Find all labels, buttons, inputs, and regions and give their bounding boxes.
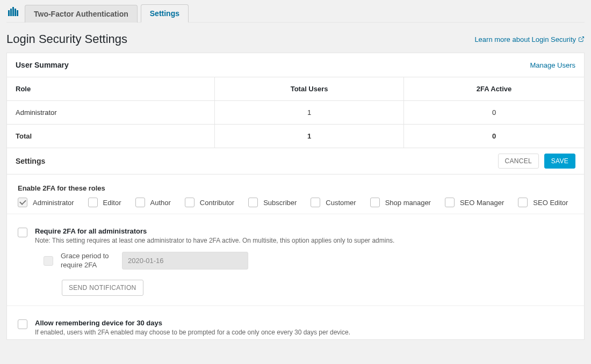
manage-users-link[interactable]: Manage Users [530,61,575,69]
checkbox-icon[interactable] [18,198,27,207]
send-notification-button[interactable]: SEND NOTIFICATION [62,280,143,296]
svg-rect-4 [17,10,18,16]
remember-device-section: Allow remembering device for 30 days If … [7,305,584,339]
require-2fa-checkbox[interactable] [18,228,27,237]
svg-rect-2 [12,7,14,16]
require-2fa-section: Require 2FA for all administrators Note:… [7,214,584,305]
learn-more-label: Learn more about Login Security [474,35,576,43]
cell-total-users: 1 [215,125,404,148]
col-total-users: Total Users [215,77,404,101]
svg-rect-0 [8,10,10,16]
checkbox-icon[interactable] [518,198,528,207]
checkbox-icon[interactable] [445,198,455,207]
tab-two-factor-authentication[interactable]: Two-Factor Authentication [25,5,138,23]
role-contributor[interactable]: Contributor [185,198,234,207]
roles-grid: Administrator Editor Author Contributor … [18,198,573,207]
role-administrator[interactable]: Administrator [18,198,74,207]
role-subscriber[interactable]: Subscriber [248,198,297,207]
role-author[interactable]: Author [135,198,171,207]
user-summary-table: Role Total Users 2FA Active Administrato… [7,77,584,148]
role-label: Administrator [33,199,74,207]
settings-title: Settings [16,157,45,165]
grace-period-checkbox[interactable] [44,256,53,266]
require-2fa-title: Require 2FA for all administrators [35,227,394,235]
remember-device-checkbox[interactable] [18,319,27,329]
external-link-icon [578,36,585,42]
role-shop-manager[interactable]: Shop manager [370,198,431,207]
grace-period-input[interactable] [122,252,248,270]
checkbox-icon[interactable] [311,198,320,207]
user-summary-panel: User Summary Manage Users Role Total Use… [6,53,585,340]
role-label: Customer [326,199,356,207]
save-button[interactable]: SAVE [544,154,575,169]
table-row-total: Total 1 0 [7,125,584,148]
role-label: Editor [103,199,121,207]
remember-device-note: If enabled, users with 2FA enabled may c… [35,329,350,336]
enable-2fa-heading: Enable 2FA for these roles [18,184,573,192]
tabstrip: Two-Factor Authentication Settings [6,0,585,23]
settings-header: Settings CANCEL SAVE [7,148,584,174]
col-role: Role [7,77,215,101]
tab-settings[interactable]: Settings [141,4,189,23]
role-label: SEO Manager [460,199,504,207]
checkbox-icon[interactable] [88,198,98,207]
table-row: Administrator 1 0 [7,101,584,125]
cell-total: 1 [215,101,404,125]
svg-rect-1 [10,9,12,16]
checkbox-icon[interactable] [248,198,258,207]
page-title: Login Security Settings [6,32,127,46]
svg-line-5 [581,37,584,40]
remember-device-title: Allow remembering device for 30 days [35,319,350,327]
role-label: Subscriber [263,199,297,207]
role-editor[interactable]: Editor [88,198,121,207]
cell-total-label: Total [7,125,215,148]
role-customer[interactable]: Customer [311,198,356,207]
role-label: Author [150,199,171,207]
cancel-button[interactable]: CANCEL [498,154,539,169]
cell-role: Administrator [7,101,215,125]
grace-period-label: Grace period to require 2FA [61,252,114,270]
role-label: SEO Editor [533,199,568,207]
svg-rect-3 [15,9,16,16]
role-seo-manager[interactable]: SEO Manager [445,198,504,207]
checkbox-icon[interactable] [185,198,194,207]
learn-more-link[interactable]: Learn more about Login Security [474,35,585,43]
require-2fa-note: Note: This setting requires at least one… [35,237,394,244]
checkbox-icon[interactable] [135,198,145,207]
wordfence-logo-icon [6,6,20,17]
col-2fa-active: 2FA Active [404,77,584,101]
user-summary-title: User Summary [16,61,69,69]
cell-total-active: 0 [404,125,584,148]
role-label: Contributor [200,199,234,207]
role-label: Shop manager [385,199,431,207]
checkbox-icon[interactable] [370,198,380,207]
cell-active: 0 [404,101,584,125]
role-seo-editor[interactable]: SEO Editor [518,198,568,207]
